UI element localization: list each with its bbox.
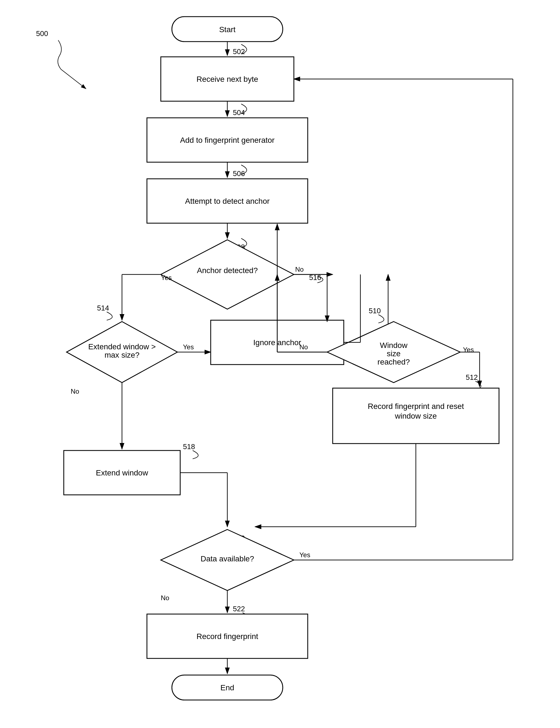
yes-label-1: Yes [161, 274, 172, 281]
ref-506: 506 [233, 169, 245, 178]
extend-window-label: Extend window [96, 469, 148, 477]
record-reset-label2: window size [395, 412, 437, 420]
record-reset-label1: Record fingerprint and reset [368, 402, 464, 411]
ref-518: 518 [183, 442, 195, 451]
no-label-3: No [299, 343, 308, 351]
window-size-label1: Window [380, 341, 408, 350]
ref-510: 510 [369, 307, 381, 315]
window-size-label3: reached? [378, 358, 410, 366]
start-label: Start [219, 25, 235, 34]
no-label-4: No [161, 594, 169, 602]
ref-500: 500 [36, 29, 48, 38]
yes-label-2: Yes [183, 343, 194, 351]
ref-512: 512 [466, 373, 478, 381]
add-fingerprint-label: Add to fingerprint generator [180, 136, 275, 144]
extended-window-label1: Extended window > [88, 342, 156, 351]
extended-window-label2: max size? [105, 351, 139, 359]
ref-504: 504 [233, 108, 245, 117]
ref-522: 522 [233, 605, 245, 613]
ref-514: 514 [97, 304, 109, 312]
diagram-container: 500 Start 502 Receive next byte 504 Add … [0, 0, 560, 728]
window-size-label2: size [387, 349, 401, 358]
attempt-detect-label: Attempt to detect anchor [185, 197, 269, 205]
ref-502: 502 [233, 47, 245, 56]
anchor-detected-label: Anchor detected? [197, 266, 258, 275]
no-label-1: No [295, 266, 304, 273]
end-label: End [220, 683, 234, 692]
record-fingerprint-label: Record fingerprint [197, 632, 258, 641]
receive-next-byte-label: Receive next byte [197, 75, 258, 83]
no-label-2: No [71, 388, 79, 395]
yes-label-4: Yes [299, 551, 310, 559]
data-available-label: Data available? [200, 554, 254, 563]
